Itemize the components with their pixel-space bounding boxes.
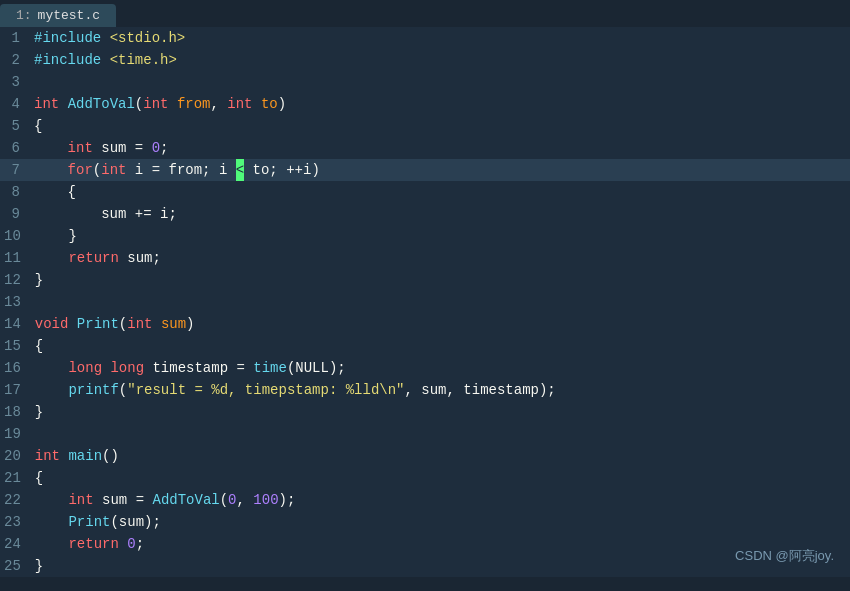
tab-mytest[interactable]: 1: mytest.c: [0, 4, 116, 27]
line-content-17: printf("result = %d, timepstamp: %lld\n"…: [31, 379, 556, 401]
line-number-8: 8: [0, 181, 30, 203]
line-content-23: Print(sum);: [31, 511, 161, 533]
code-line-21: 21 {: [0, 467, 850, 489]
line-content-3: [30, 71, 34, 93]
line-content-8: {: [30, 181, 76, 203]
line-number-23: 23: [0, 511, 31, 533]
code-line-20: 20 int main(): [0, 445, 850, 467]
line-content-13: [31, 291, 35, 313]
line-content-7: for(int i = from; i < to; ++i): [30, 159, 320, 181]
line-number-5: 5: [0, 115, 30, 137]
code-line-14: 14 void Print(int sum): [0, 313, 850, 335]
line-content-2: #include <time.h>: [30, 49, 177, 71]
line-content-16: long long timestamp = time(NULL);: [31, 357, 346, 379]
line-number-20: 20: [0, 445, 31, 467]
code-line-11: 11 return sum;: [0, 247, 850, 269]
line-content-10: }: [31, 225, 77, 247]
code-line-12: 12 }: [0, 269, 850, 291]
code-line-22: 22 int sum = AddToVal(0, 100);: [0, 489, 850, 511]
code-line-19: 19: [0, 423, 850, 445]
code-line-3: 3: [0, 71, 850, 93]
line-content-24: return 0;: [31, 533, 144, 555]
line-number-6: 6: [0, 137, 30, 159]
code-line-13: 13: [0, 291, 850, 313]
line-content-14: void Print(int sum): [31, 313, 195, 335]
code-line-7: 7 for(int i = from; i < to; ++i): [0, 159, 850, 181]
code-line-5: 5 {: [0, 115, 850, 137]
line-number-13: 13: [0, 291, 31, 313]
line-content-4: int AddToVal(int from, int to): [30, 93, 286, 115]
line-number-10: 10: [0, 225, 31, 247]
line-content-19: [31, 423, 35, 445]
code-line-9: 9 sum += i;: [0, 203, 850, 225]
line-number-19: 19: [0, 423, 31, 445]
line-number-4: 4: [0, 93, 30, 115]
line-number-22: 22: [0, 489, 31, 511]
tab-filename: mytest.c: [38, 8, 100, 23]
line-number-11: 11: [0, 247, 31, 269]
code-line-23: 23 Print(sum);: [0, 511, 850, 533]
line-number-14: 14: [0, 313, 31, 335]
line-content-12: }: [31, 269, 43, 291]
code-line-8: 8 {: [0, 181, 850, 203]
line-number-16: 16: [0, 357, 31, 379]
line-content-21: {: [31, 467, 43, 489]
line-number-2: 2: [0, 49, 30, 71]
line-number-25: 25: [0, 555, 31, 577]
code-editor: 1 #include <stdio.h> 2 #include <time.h>…: [0, 27, 850, 577]
line-number-1: 1: [0, 27, 30, 49]
line-content-15: {: [31, 335, 43, 357]
code-lines: 1 #include <stdio.h> 2 #include <time.h>…: [0, 27, 850, 577]
line-content-25: }: [31, 555, 43, 577]
line-number-24: 24: [0, 533, 31, 555]
line-number-18: 18: [0, 401, 31, 423]
code-line-18: 18 }: [0, 401, 850, 423]
code-line-1: 1 #include <stdio.h>: [0, 27, 850, 49]
line-content-18: }: [31, 401, 43, 423]
line-number-12: 12: [0, 269, 31, 291]
line-number-21: 21: [0, 467, 31, 489]
line-content-5: {: [30, 115, 42, 137]
code-line-25: 25 }: [0, 555, 850, 577]
line-number-9: 9: [0, 203, 30, 225]
line-number-3: 3: [0, 71, 30, 93]
line-number-17: 17: [0, 379, 31, 401]
line-content-1: #include <stdio.h>: [30, 27, 185, 49]
code-line-2: 2 #include <time.h>: [0, 49, 850, 71]
code-line-6: 6 int sum = 0;: [0, 137, 850, 159]
line-content-11: return sum;: [31, 247, 161, 269]
code-line-10: 10 }: [0, 225, 850, 247]
code-line-4: 4 int AddToVal(int from, int to): [0, 93, 850, 115]
line-number-7: 7: [0, 159, 30, 181]
line-content-20: int main(): [31, 445, 119, 467]
code-line-24: 24 return 0;: [0, 533, 850, 555]
watermark: CSDN @阿亮joy.: [735, 547, 834, 565]
tab-number: 1:: [16, 8, 32, 23]
line-number-15: 15: [0, 335, 31, 357]
code-line-16: 16 long long timestamp = time(NULL);: [0, 357, 850, 379]
line-content-6: int sum = 0;: [30, 137, 168, 159]
line-content-22: int sum = AddToVal(0, 100);: [31, 489, 296, 511]
tab-bar: 1: mytest.c: [0, 0, 850, 27]
line-content-9: sum += i;: [30, 203, 177, 225]
code-line-17: 17 printf("result = %d, timepstamp: %lld…: [0, 379, 850, 401]
code-line-15: 15 {: [0, 335, 850, 357]
